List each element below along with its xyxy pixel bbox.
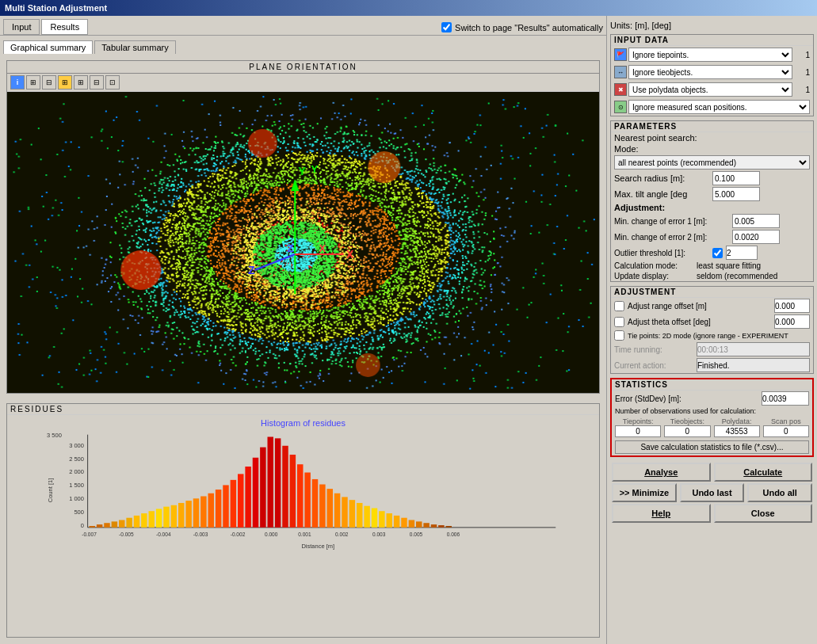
toolbar-btn4[interactable]: ⊞ bbox=[74, 75, 88, 90]
svg-rect-20 bbox=[156, 509, 162, 527]
error-stddev-row: Error (StdDev) [m]: bbox=[612, 391, 812, 406]
svg-rect-41 bbox=[312, 479, 319, 528]
svg-rect-46 bbox=[349, 500, 356, 528]
histogram-chart: 0 500 1 000 1 500 2 000 2 500 3 000 3 50… bbox=[10, 431, 596, 550]
switch-checkbox[interactable] bbox=[441, 22, 452, 32]
help-btn[interactable]: Help bbox=[612, 504, 711, 523]
polydata-select[interactable]: Use polydata objects. bbox=[628, 82, 792, 97]
svg-text:1 000: 1 000 bbox=[69, 495, 84, 502]
error-stddev-input bbox=[762, 391, 809, 406]
svg-text:0: 0 bbox=[81, 522, 84, 529]
plane-toolbar: i ⊞ ⊟ ⊞ ⊞ ⊟ ⊡ bbox=[7, 74, 599, 92]
svg-rect-43 bbox=[327, 489, 334, 528]
svg-rect-12 bbox=[97, 524, 103, 528]
tiepoints-select[interactable]: Ignore tiepoints. bbox=[628, 48, 792, 62]
svg-rect-51 bbox=[387, 513, 393, 528]
toolbar-btn1[interactable]: ⊞ bbox=[26, 75, 40, 90]
svg-rect-21 bbox=[163, 507, 170, 528]
svg-text:2 000: 2 000 bbox=[69, 468, 84, 475]
toolbar-btn3[interactable]: ⊞ bbox=[58, 75, 72, 90]
current-action-value bbox=[697, 358, 810, 372]
time-running-value bbox=[697, 342, 810, 356]
units-text: Units: [m], [deg] bbox=[610, 19, 814, 32]
outlier-checkbox[interactable] bbox=[712, 248, 723, 258]
point-cloud-viz[interactable]: Y Z X bbox=[7, 92, 599, 393]
input-row-scanpos: ⊙ Ignore measured scan positions. bbox=[611, 98, 813, 116]
tab-input[interactable]: Input bbox=[3, 19, 40, 35]
outlier-label: Outlier threshold [1]: bbox=[614, 249, 709, 257]
calculate-btn[interactable]: Calculate bbox=[714, 463, 813, 482]
tilt-angle-input[interactable] bbox=[712, 187, 760, 201]
minimize-btn[interactable]: >> Minimize bbox=[612, 483, 677, 502]
statistics-title: STATISTICS bbox=[612, 379, 812, 391]
subtab-graphical[interactable]: Graphical summary bbox=[3, 40, 93, 54]
input-data-title: INPUT DATA bbox=[611, 35, 813, 46]
left-content: Graphical summary Tabular summary PLANE … bbox=[0, 36, 606, 644]
update-display-row: Update display: seldom (recommended bbox=[611, 271, 813, 281]
svg-rect-42 bbox=[319, 485, 326, 528]
svg-rect-57 bbox=[431, 524, 437, 528]
obs-polydata-col: Polydata: 43553 bbox=[714, 417, 760, 437]
min-error2-row: Min. change of error 2 [m]: bbox=[611, 229, 813, 245]
input-data-section: INPUT DATA 🚩 Ignore tiepoints. 1 ↔ Ignor… bbox=[610, 34, 814, 116]
theta-offset-checkbox[interactable] bbox=[614, 317, 624, 327]
toolbar-btn2[interactable]: ⊟ bbox=[42, 75, 56, 90]
residues-content: Histogram of residues 0 500 1 000 1 500 … bbox=[7, 415, 599, 558]
time-running-label: Time running: bbox=[614, 345, 693, 354]
svg-rect-14 bbox=[112, 521, 118, 528]
residues-section: RESIDUES Histogram of residues 0 500 1 0… bbox=[6, 403, 600, 638]
svg-rect-54 bbox=[409, 520, 415, 528]
help-close-row: Help Close bbox=[612, 504, 812, 523]
svg-text:0.005: 0.005 bbox=[410, 532, 423, 537]
svg-text:-0.004: -0.004 bbox=[156, 532, 171, 537]
nearest-point-label: Nearest point search: bbox=[611, 132, 813, 143]
svg-rect-59 bbox=[446, 526, 452, 528]
update-display-label: Update display: bbox=[614, 272, 693, 280]
left-panel: Input Results Switch to page "Results" a… bbox=[0, 16, 607, 644]
undo-last-btn[interactable]: Undo last bbox=[680, 483, 745, 502]
tiepoints-icon: 🚩 bbox=[614, 48, 627, 61]
mode-row: Mode: bbox=[611, 143, 813, 154]
tab-results[interactable]: Results bbox=[41, 19, 88, 35]
svg-rect-31 bbox=[238, 474, 244, 528]
toolbar-btn6[interactable]: ⊡ bbox=[105, 75, 120, 90]
undo-all-btn[interactable]: Undo all bbox=[747, 483, 812, 502]
range-offset-input[interactable] bbox=[774, 299, 810, 313]
toolbar-btn5[interactable]: ⊟ bbox=[90, 75, 104, 90]
range-offset-row: Adjust range offset [m] bbox=[611, 298, 813, 314]
tieobjects-select[interactable]: Ignore tieobjects. bbox=[628, 65, 792, 79]
svg-text:-0.007: -0.007 bbox=[82, 532, 97, 537]
analyse-btn[interactable]: Analyse bbox=[612, 463, 711, 482]
obs-tieobjects-value: 0 bbox=[664, 425, 710, 437]
svg-rect-13 bbox=[104, 523, 110, 528]
min-error2-label: Min. change of error 2 [m]: bbox=[614, 233, 729, 242]
theta-offset-input[interactable] bbox=[774, 314, 810, 329]
outlier-input[interactable] bbox=[726, 246, 758, 260]
subtab-tabular[interactable]: Tabular summary bbox=[94, 40, 175, 54]
range-offset-checkbox[interactable] bbox=[614, 301, 624, 311]
svg-rect-47 bbox=[357, 503, 363, 528]
search-radius-row: Search radius [m]: bbox=[611, 170, 813, 186]
current-action-label: Current action: bbox=[614, 361, 693, 370]
svg-rect-23 bbox=[178, 503, 185, 528]
svg-rect-37 bbox=[282, 446, 288, 528]
svg-text:0.001: 0.001 bbox=[298, 532, 311, 537]
obs-scanpos-col: Scan pos 0 bbox=[763, 417, 809, 437]
mode-select[interactable]: all nearest points (recommended) bbox=[614, 155, 810, 170]
save-stats-btn[interactable]: Save calculation statistics to file (*.c… bbox=[615, 440, 809, 454]
scanpos-select[interactable]: Ignore measured scan positions. bbox=[628, 100, 810, 114]
parameters-section: PARAMETERS Nearest point search: Mode: a… bbox=[610, 120, 814, 282]
svg-rect-18 bbox=[141, 513, 147, 528]
min-error1-input[interactable] bbox=[732, 214, 780, 228]
switch-label[interactable]: Switch to page "Results" automatically bbox=[441, 22, 603, 32]
svg-rect-39 bbox=[297, 464, 304, 528]
svg-rect-28 bbox=[216, 490, 222, 528]
parameters-title: PARAMETERS bbox=[611, 121, 813, 132]
min-error2-input[interactable] bbox=[732, 230, 780, 244]
obs-scanpos-value: 0 bbox=[763, 425, 809, 437]
search-radius-input[interactable] bbox=[712, 171, 760, 185]
toolbar-info[interactable]: i bbox=[10, 75, 25, 90]
close-btn[interactable]: Close bbox=[714, 504, 813, 523]
tie2d-checkbox[interactable] bbox=[614, 330, 624, 341]
svg-rect-19 bbox=[149, 511, 155, 528]
